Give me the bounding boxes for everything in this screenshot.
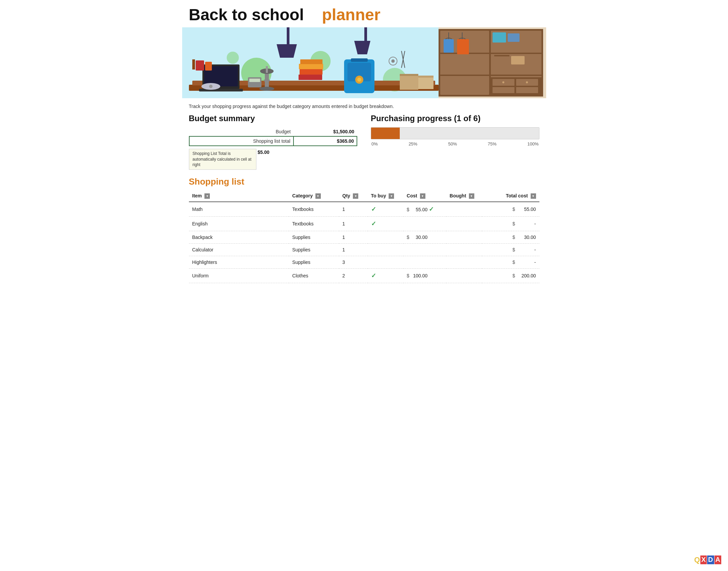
svg-rect-34 <box>418 76 433 78</box>
total-dollar: $ <box>512 260 515 265</box>
budget-value: $1,500.00 <box>293 127 357 136</box>
svg-rect-39 <box>249 79 260 82</box>
table-header-row: Item ▾ Category ▾ Qty ▾ To buy ▾ Cost <box>189 190 539 202</box>
total-dollar: $ <box>512 235 515 240</box>
col-tobuy-label: To buy <box>371 193 386 198</box>
cell-item: Calculator <box>189 244 289 256</box>
summary-row: Budget summary Budget $1,500.00 Shopping… <box>182 114 546 170</box>
cell-qty: 3 <box>339 256 368 269</box>
svg-point-65 <box>391 59 395 63</box>
table-row: English Textbooks 1 ✓ $ - <box>189 217 539 231</box>
svg-rect-37 <box>192 59 195 70</box>
cost-amount: 100.00 <box>411 273 427 278</box>
cell-bought <box>446 269 482 283</box>
svg-rect-45 <box>491 53 541 54</box>
svg-rect-4 <box>364 27 367 41</box>
svg-point-62 <box>502 81 504 83</box>
shopping-table: Item ▾ Category ▾ Qty ▾ To buy ▾ Cost <box>189 190 539 283</box>
checkmark-icon: ✓ <box>429 206 434 213</box>
progress-title: Purchasing progress (1 of 6) <box>371 114 539 123</box>
total-dollar: $ <box>512 273 515 278</box>
cell-category: Textbooks <box>289 217 339 231</box>
checkmark-icon: ✓ <box>371 272 376 279</box>
shopping-list-label: Shopping list total <box>189 136 293 146</box>
svg-point-16 <box>209 85 213 88</box>
cost-dollar: $ <box>407 273 410 278</box>
cell-qty: 1 <box>339 217 368 231</box>
svg-rect-22 <box>299 75 322 80</box>
cell-item: Backpack <box>189 231 289 244</box>
col-header-totalcost[interactable]: Total cost ▾ <box>482 190 539 202</box>
svg-rect-30 <box>351 58 368 62</box>
budget-table: Budget $1,500.00 Shopping list total $36… <box>189 127 358 146</box>
svg-rect-51 <box>493 32 506 43</box>
col-qty-label: Qty <box>342 193 350 198</box>
shopping-list-section: Shopping list Item ▾ Category ▾ Qty ▾ To… <box>182 176 546 283</box>
cell-bought <box>446 256 482 269</box>
svg-rect-2 <box>287 27 289 44</box>
cell-totalcost: $ - <box>482 244 539 256</box>
svg-rect-60 <box>493 87 514 93</box>
col-header-tobuy[interactable]: To buy ▾ <box>368 190 403 202</box>
budget-summary-title: Budget summary <box>189 114 358 123</box>
svg-rect-48 <box>444 39 454 53</box>
col-header-item[interactable]: Item ▾ <box>189 190 289 202</box>
col-header-qty[interactable]: Qty ▾ <box>339 190 368 202</box>
sort-arrow-tobuy[interactable]: ▾ <box>389 193 394 199</box>
shopping-list-title: Shopping list <box>189 176 539 187</box>
svg-rect-33 <box>418 76 433 89</box>
sort-arrow-category[interactable]: ▾ <box>315 193 321 199</box>
cell-cost: $ 30.00 <box>403 231 446 244</box>
total-amount: 200.00 <box>519 273 536 278</box>
description: Track your shopping progress against the… <box>182 102 546 114</box>
col-category-label: Category <box>292 193 313 198</box>
svg-rect-53 <box>493 55 509 65</box>
svg-rect-24 <box>299 64 323 69</box>
total-dollar: $ <box>512 247 515 252</box>
progress-label-75: 75% <box>488 141 497 146</box>
cell-category: Textbooks <box>289 202 339 217</box>
col-header-category[interactable]: Category ▾ <box>289 190 339 202</box>
col-cost-label: Cost <box>407 193 417 198</box>
svg-marker-3 <box>277 44 297 58</box>
cell-item: Math <box>189 202 289 217</box>
cell-cost <box>403 244 446 256</box>
svg-rect-56 <box>494 55 509 56</box>
cell-totalcost: $ - <box>482 217 539 231</box>
col-header-cost[interactable]: Cost ▾ <box>403 190 446 202</box>
cell-category: Supplies <box>289 256 339 269</box>
purchasing-progress: Purchasing progress (1 of 6) 0% 25% 50% … <box>371 114 539 170</box>
cost-amount: 30.00 <box>411 235 427 240</box>
svg-rect-36 <box>205 62 212 71</box>
tooltip-box: Shopping List Total is automatically cal… <box>189 149 256 170</box>
cell-cost: $ 55.00 ✓ <box>403 202 446 217</box>
cell-category: Supplies <box>289 244 339 256</box>
sort-arrow-totalcost[interactable]: ▾ <box>531 193 536 199</box>
cell-qty: 1 <box>339 244 368 256</box>
cell-bought <box>446 244 482 256</box>
progress-label-50: 50% <box>448 141 457 146</box>
sort-arrow-item[interactable]: ▾ <box>204 193 210 199</box>
sort-arrow-cost[interactable]: ▾ <box>420 193 425 199</box>
svg-rect-32 <box>400 74 418 76</box>
svg-point-63 <box>526 81 528 83</box>
cell-category: Clothes <box>289 269 339 283</box>
table-row: Highlighters Supplies 3 $ - <box>189 256 539 269</box>
cost-dollar: $ <box>407 207 410 212</box>
progress-label-0: 0% <box>371 141 378 146</box>
table-row: Uniform Clothes 2 ✓ $ 100.00 $ 200.00 <box>189 269 539 283</box>
col-header-bought[interactable]: Bought ▾ <box>446 190 482 202</box>
cell-totalcost: $ 30.00 <box>482 231 539 244</box>
sort-arrow-qty[interactable]: ▾ <box>353 193 358 199</box>
cell-item: Uniform <box>189 269 289 283</box>
svg-point-20 <box>259 87 274 91</box>
sort-arrow-bought[interactable]: ▾ <box>469 193 474 199</box>
checkmark-icon: ✓ <box>371 206 376 213</box>
cell-bought <box>446 202 482 217</box>
svg-point-9 <box>227 52 239 64</box>
progress-bar-container <box>371 127 539 139</box>
cell-cost <box>403 217 446 231</box>
cell-totalcost: $ 200.00 <box>482 269 539 283</box>
progress-bar-fill <box>371 128 400 139</box>
cell-bought <box>446 231 482 244</box>
